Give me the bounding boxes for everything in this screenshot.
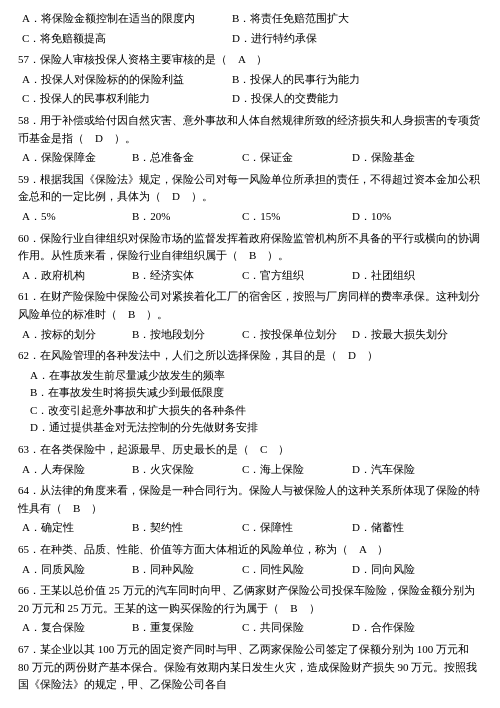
options-row: A．按标的划分 B．按地段划分 C．按投保单位划分 D．按最大损失划分	[22, 326, 482, 344]
option-b: B．按地段划分	[132, 326, 232, 344]
question-63: 63．在各类保险中，起源最早、历史最长的是（ C ） A．人寿保险 B．火灾保险…	[18, 441, 482, 478]
option-b: B．契约性	[132, 519, 232, 537]
option-b: B．重复保险	[132, 619, 232, 637]
options-row: C．投保人的民事权利能力 D．投保人的交费能力	[22, 90, 482, 108]
option-b: B．总准备金	[132, 149, 232, 167]
question-60: 60．保险行业自律组织对保险市场的监督发挥着政府保险监管机构所不具备的平行或横向…	[18, 230, 482, 285]
question-58: 58．用于补偿或给付因自然灾害、意外事故和人体自然规律所致的经济损失和人身损害的…	[18, 112, 482, 167]
option-c: C．将免赔额提高	[22, 30, 222, 48]
question-text: 66．王某以总价值 25 万元的汽车同时向甲、乙俩家财产保险公司投保车险险，保险…	[18, 582, 482, 617]
question-text: 60．保险行业自律组织对保险市场的监督发挥着政府保险监管机构所不具备的平行或横向…	[18, 230, 482, 265]
option-b-line: B．在事故发生时将损失减少到最低限度	[30, 384, 482, 402]
option-a: A．政府机构	[22, 267, 122, 285]
question-text: 65．在种类、品质、性能、价值等方面大体相近的风险单位，称为（ A ）	[18, 541, 482, 559]
question-64: 64．从法律的角度来看，保险是一种合同行为。保险人与被保险人的这种关系所体现了保…	[18, 482, 482, 537]
question-text: 63．在各类保险中，起源最早、历史最长的是（ C ）	[18, 441, 482, 459]
option-b: B．投保人的民事行为能力	[232, 71, 432, 89]
option-c: C．保障性	[242, 519, 342, 537]
option-a: A．人寿保险	[22, 461, 122, 479]
option-d: D．保险基金	[352, 149, 452, 167]
option-c: C．官方组织	[242, 267, 342, 285]
question-text: 61．在财产险保险中保险公司对紧挨着化工厂的宿舍区，按照与厂房同样的费率承保。这…	[18, 288, 482, 323]
option-c: C．投保人的民事权利能力	[22, 90, 222, 108]
option-a: A．按标的划分	[22, 326, 122, 344]
option-b: B．20%	[132, 208, 232, 226]
option-d-line: D．通过提供基金对无法控制的分先做财务安排	[30, 419, 482, 437]
option-a: A．确定性	[22, 519, 122, 537]
question-66: 66．王某以总价值 25 万元的汽车同时向甲、乙俩家财产保险公司投保车险险，保险…	[18, 582, 482, 637]
option-d: D．合作保险	[352, 619, 452, 637]
question-text: 59．根据我国《保险法》规定，保险公司对每一风险单位所承担的责任，不得超过资本金…	[18, 171, 482, 206]
page-content: A．将保险金额控制在适当的限度内 B．将责任免赔范围扩大 C．将免赔额提高 D．…	[18, 10, 482, 694]
options-row: A．将保险金额控制在适当的限度内 B．将责任免赔范围扩大	[22, 10, 482, 28]
question-text: 58．用于补偿或给付因自然灾害、意外事故和人体自然规律所致的经济损失和人身损害的…	[18, 112, 482, 147]
options-row: A．确定性 B．契约性 C．保障性 D．储蓄性	[22, 519, 482, 537]
options-row: A．保险保障金 B．总准备金 C．保证金 D．保险基金	[22, 149, 482, 167]
option-d: D．社团组织	[352, 267, 452, 285]
options-row: A．人寿保险 B．火灾保险 C．海上保险 D．汽车保险	[22, 461, 482, 479]
option-c: C．共同保险	[242, 619, 342, 637]
question-57: 57．保险人审核投保人资格主要审核的是（ A ） A．投保人对保险标的的保险利益…	[18, 51, 482, 108]
option-a: A．复合保险	[22, 619, 122, 637]
options-row: A．5% B．20% C．15% D．10%	[22, 208, 482, 226]
option-d: D．进行特约承保	[232, 30, 432, 48]
option-c: C．保证金	[242, 149, 342, 167]
options-row: A．投保人对保险标的的保险利益 B．投保人的民事行为能力	[22, 71, 482, 89]
option-b: B．将责任免赔范围扩大	[232, 10, 432, 28]
option-d: D．同向风险	[352, 561, 452, 579]
question-text: 62．在风险管理的各种发法中，人们之所以选择保险，其目的是（ D ）	[18, 347, 482, 365]
option-a-line: A．在事故发生前尽量减少故发生的频率	[30, 367, 482, 385]
option-a: A．保险保障金	[22, 149, 122, 167]
question-61: 61．在财产险保险中保险公司对紧挨着化工厂的宿舍区，按照与厂房同样的费率承保。这…	[18, 288, 482, 343]
option-d: D．按最大损失划分	[352, 326, 452, 344]
option-b: B．同种风险	[132, 561, 232, 579]
option-c: C．按投保单位划分	[242, 326, 342, 344]
option-b: B．经济实体	[132, 267, 232, 285]
options-row: C．将免赔额提高 D．进行特约承保	[22, 30, 482, 48]
option-d: D．储蓄性	[352, 519, 452, 537]
question-62: 62．在风险管理的各种发法中，人们之所以选择保险，其目的是（ D ） A．在事故…	[18, 347, 482, 437]
option-c-line: C．改变引起意外事故和扩大损失的各种条件	[30, 402, 482, 420]
option-c: C．海上保险	[242, 461, 342, 479]
question-67: 67．某企业以其 100 万元的固定资产同时与甲、乙两家保险公司签定了保额分别为…	[18, 641, 482, 694]
question-text: 67．某企业以其 100 万元的固定资产同时与甲、乙两家保险公司签定了保额分别为…	[18, 641, 482, 694]
question-59: 59．根据我国《保险法》规定，保险公司对每一风险单位所承担的责任，不得超过资本金…	[18, 171, 482, 226]
question-65: 65．在种类、品质、性能、价值等方面大体相近的风险单位，称为（ A ） A．同质…	[18, 541, 482, 578]
option-d: D．投保人的交费能力	[232, 90, 432, 108]
option-a: A．同质风险	[22, 561, 122, 579]
question-text: 64．从法律的角度来看，保险是一种合同行为。保险人与被保险人的这种关系所体现了保…	[18, 482, 482, 517]
question-block-intro: A．将保险金额控制在适当的限度内 B．将责任免赔范围扩大 C．将免赔额提高 D．…	[18, 10, 482, 47]
options-row: A．同质风险 B．同种风险 C．同性风险 D．同向风险	[22, 561, 482, 579]
option-a: A．投保人对保险标的的保险利益	[22, 71, 222, 89]
option-c: C．同性风险	[242, 561, 342, 579]
option-b: B．火灾保险	[132, 461, 232, 479]
option-d: D．10%	[352, 208, 452, 226]
options-row: A．政府机构 B．经济实体 C．官方组织 D．社团组织	[22, 267, 482, 285]
options-row: A．复合保险 B．重复保险 C．共同保险 D．合作保险	[22, 619, 482, 637]
option-d: D．汽车保险	[352, 461, 452, 479]
option-a: A．5%	[22, 208, 122, 226]
option-c: C．15%	[242, 208, 342, 226]
option-a: A．将保险金额控制在适当的限度内	[22, 10, 222, 28]
question-text: 57．保险人审核投保人资格主要审核的是（ A ）	[18, 51, 482, 69]
